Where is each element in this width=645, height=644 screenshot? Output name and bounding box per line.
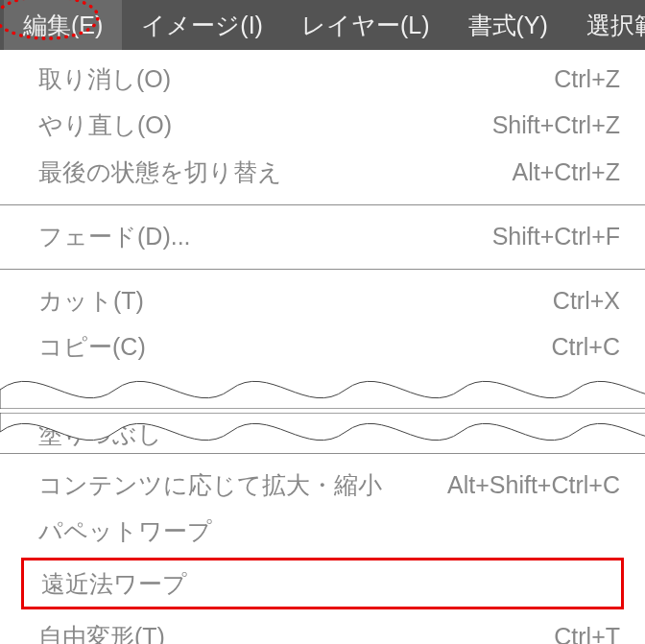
menu-item-shortcut: Alt+Shift+Ctrl+C: [447, 467, 620, 502]
menu-item-label: コピー(C): [38, 329, 146, 364]
menu-label: 選択範囲: [586, 10, 645, 41]
edit-dropdown: 取り消し(O) Ctrl+Z やり直し(O) Shift+Ctrl+Z 最後の状…: [0, 50, 645, 644]
menu-item-label: 遠近法ワープ: [41, 566, 187, 601]
menu-item-undo[interactable]: 取り消し(O) Ctrl+Z: [0, 56, 645, 102]
menu-item-shortcut: Ctrl+X: [553, 283, 620, 318]
menu-group-fade: フェード(D)... Shift+Ctrl+F: [0, 207, 645, 267]
menu-item-label: 自由変形(T): [38, 619, 165, 644]
menu-item-label: カット(T): [38, 283, 144, 318]
menu-type[interactable]: 書式(Y): [449, 0, 567, 50]
menu-item-cut[interactable]: カット(T) Ctrl+X: [0, 277, 645, 323]
menu-label: イメージ(I): [141, 10, 263, 41]
menu-item-content-aware-scale[interactable]: コンテンツに応じて拡大・縮小 Alt+Shift+Ctrl+C: [0, 462, 645, 508]
menu-separator: [0, 204, 645, 205]
menu-item-shortcut: Alt+Ctrl+Z: [512, 155, 620, 189]
menu-group-history: 取り消し(O) Ctrl+Z やり直し(O) Shift+Ctrl+Z 最後の状…: [0, 50, 645, 203]
menu-group-transform2: 自由変形(T) Ctrl+T 変形(A): [0, 611, 645, 644]
menu-item-shortcut: Ctrl+C: [551, 329, 620, 364]
menu-item-copy[interactable]: コピー(C) Ctrl+C: [0, 323, 645, 370]
menu-layer[interactable]: レイヤー(L): [282, 0, 449, 50]
omission-wave: 塗りつぶし: [0, 370, 645, 451]
menu-item-puppet-warp[interactable]: パペットワープ: [0, 508, 645, 554]
wave-top: [0, 370, 645, 409]
menu-separator: [0, 453, 645, 454]
menu-item-perspective-warp[interactable]: 遠近法ワープ: [24, 561, 621, 607]
menu-item-shortcut: Ctrl+Z: [554, 61, 620, 96]
menu-label: 編集(E): [23, 10, 103, 41]
menu-item-label: やり直し(O): [38, 107, 172, 142]
menu-edit[interactable]: 編集(E): [4, 0, 122, 50]
menu-group-clipboard: カット(T) Ctrl+X コピー(C) Ctrl+C: [0, 272, 645, 370]
menu-item-redo[interactable]: やり直し(O) Shift+Ctrl+Z: [0, 102, 645, 148]
menu-separator: [0, 269, 645, 270]
menu-item-label: 最後の状態を切り替え: [38, 155, 282, 189]
annotation-highlight-box: 遠近法ワープ: [21, 558, 624, 609]
menu-item-label: 取り消し(O): [38, 61, 171, 96]
menu-item-free-transform[interactable]: 自由変形(T) Ctrl+T: [0, 613, 645, 644]
menu-item-shortcut: Shift+Ctrl+Z: [492, 107, 620, 142]
menu-label: レイヤー(L): [301, 10, 430, 41]
menu-label: 書式(Y): [468, 10, 548, 41]
menubar: 編集(E) イメージ(I) レイヤー(L) 書式(Y) 選択範囲: [0, 0, 645, 50]
menu-item-label: パペットワープ: [38, 513, 212, 548]
menu-image[interactable]: イメージ(I): [122, 0, 282, 50]
menu-select[interactable]: 選択範囲: [567, 0, 645, 50]
menu-item-label: フェード(D)...: [38, 219, 191, 253]
menu-item-shortcut: Shift+Ctrl+F: [492, 219, 620, 253]
menu-item-label: コンテンツに応じて拡大・縮小: [38, 467, 382, 502]
wave-bottom: [0, 413, 645, 451]
menu-item-toggle-last-state[interactable]: 最後の状態を切り替え Alt+Ctrl+Z: [0, 149, 645, 195]
menu-item-shortcut: Ctrl+T: [554, 619, 620, 644]
menu-item-fade[interactable]: フェード(D)... Shift+Ctrl+F: [0, 213, 645, 259]
menu-group-transform: コンテンツに応じて拡大・縮小 Alt+Shift+Ctrl+C パペットワープ: [0, 456, 645, 557]
